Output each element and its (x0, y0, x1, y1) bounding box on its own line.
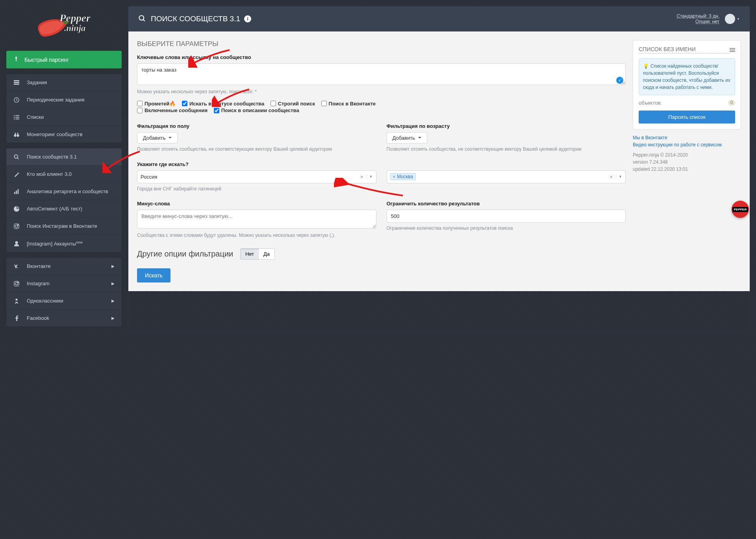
fast-parsing-button[interactable]: Быстрый парсинг (6, 51, 122, 68)
check-status[interactable]: Искать в статусе сообщества (182, 101, 264, 107)
chevron-right-icon: ▶ (111, 281, 115, 286)
sidebar: Pepper .ninja Быстрый парсинг ЗаданияПер… (6, 6, 122, 332)
sidebar-item-insta-1[interactable]: Instagram▶ (6, 275, 122, 292)
logo: Pepper .ninja (6, 6, 122, 50)
keywords-input[interactable] (137, 63, 626, 85)
minus-input[interactable] (137, 210, 376, 229)
tasks-icon (13, 80, 20, 85)
copyright: Pepper.ninja © 2014-2020 (633, 151, 741, 159)
svg-rect-12 (15, 118, 19, 119)
sidebar-item-user-5[interactable]: [Instagram] Аккаунтыnew (6, 235, 122, 252)
clear-icon[interactable]: × (359, 174, 365, 180)
sidebar-item-insta-4[interactable]: Поиск Инстаграм в Вконтакте (6, 218, 122, 235)
toggle-no[interactable]: Нет (241, 249, 259, 259)
clear-icon[interactable]: × (608, 174, 614, 180)
sidebar-item-label: Одноклассники (27, 298, 63, 304)
svg-rect-15 (15, 133, 16, 134)
search-icon (13, 154, 20, 160)
sidebar-item-label: Instagram (27, 281, 50, 286)
chevron-right-icon: ▶ (111, 264, 115, 268)
city-value: Москва (397, 174, 413, 179)
link-video[interactable]: Видео инструкции по работе с сервисом (633, 142, 741, 148)
right-column: СПИСОК БЕЗ ИМЕНИ 💡Список найденных сообщ… (633, 40, 741, 173)
svg-rect-20 (14, 192, 15, 194)
sidebar-item-bars-2[interactable]: Аналитика ретаргета и сообществ (6, 183, 122, 200)
ok-icon (13, 298, 20, 304)
sidebar-item-ok-2[interactable]: Одноклассники▶ (6, 292, 122, 310)
chevron-right-icon: ▶ (111, 316, 115, 320)
svg-point-25 (18, 224, 19, 225)
sidebar-item-fb-3[interactable]: Facebook▶ (6, 310, 122, 327)
check-promethey[interactable]: Прометей 🔥 (137, 101, 176, 107)
sidebar-item-vk-0[interactable]: Вконтакте▶ (6, 258, 122, 275)
chevron-down-icon[interactable]: ▼ (367, 175, 373, 179)
svg-rect-4 (14, 82, 19, 83)
limit-hint: Ограничение количества полученных резуль… (387, 225, 626, 232)
sidebar-item-wand-1[interactable]: Кто мой клиент 3.0 (6, 166, 122, 183)
chip-remove-icon[interactable]: × (393, 174, 395, 179)
svg-point-26 (15, 241, 18, 244)
svg-rect-10 (15, 117, 19, 118)
sidebar-item-binoc-3[interactable]: Мониторинг сообществ (6, 126, 122, 143)
plan-info: Стандартный: 3 дн. Опция: нет (677, 13, 720, 24)
list-card-title[interactable]: СПИСОК БЕЗ ИМЕНИ (639, 46, 730, 54)
toggle-yes[interactable]: Да (259, 249, 274, 259)
validated-icon (616, 77, 623, 84)
svg-text:Pepper: Pepper (59, 12, 91, 24)
parse-list-button[interactable]: Парсить список (639, 111, 735, 124)
svg-rect-16 (17, 133, 19, 134)
pepper-badge-label: PEPPER (732, 207, 748, 212)
sidebar-item-label: Списки (27, 114, 44, 120)
sidebar-item-label: Вконтакте (27, 263, 51, 269)
info-icon[interactable]: i (244, 15, 251, 22)
chevron-down-icon[interactable]: ▼ (616, 175, 622, 179)
sidebar-item-tasks-0[interactable]: Задания (6, 74, 122, 91)
svg-point-18 (18, 172, 19, 172)
search-icon (138, 15, 146, 24)
country-value: Россия (141, 174, 357, 180)
page-title: ПОИСК СООБЩЕСТВ 3.1 (151, 15, 240, 23)
city-select[interactable]: × Москва × ▼ (387, 170, 626, 183)
check-msgon[interactable]: Включенные сообщения (137, 107, 208, 113)
plan-line1[interactable]: Стандартный: 3 дн. (677, 13, 720, 19)
sidebar-item-pie-3[interactable]: АвтоСегмент (А/Б тест) (6, 200, 122, 218)
filter-sex-add[interactable]: Добавить (137, 132, 178, 144)
filter-age-add[interactable]: Добавить (387, 132, 427, 144)
check-strict[interactable]: Строгий поиск (271, 101, 315, 107)
search-button[interactable]: Искать (137, 268, 170, 282)
sidebar-item-list-2[interactable]: Списки (6, 109, 122, 126)
filter-sex-hint: Позволяет отсеять сообщества, не соответ… (137, 146, 376, 153)
caret-down-icon: ▼ (737, 17, 740, 21)
main-panel: ПОИСК СООБЩЕСТВ 3.1 i Стандартный: 3 дн.… (128, 6, 750, 332)
limit-label: Ограничить количество результатов (387, 201, 626, 207)
city-chip: × Москва (390, 173, 416, 180)
svg-point-29 (18, 282, 19, 282)
check-desc[interactable]: Поиск в описании сообщества (214, 107, 299, 113)
pepper-badge[interactable]: PEPPER (732, 201, 749, 218)
svg-point-31 (139, 15, 144, 20)
avatar-icon (725, 14, 735, 24)
binoc-icon (13, 132, 20, 137)
form-area: ВЫБЕРИТЕ ПАРАМЕТРЫ Ключевые слова или сс… (137, 40, 626, 282)
sidebar-item-label: Кто мой клиент 3.0 (27, 171, 72, 177)
svg-rect-5 (14, 83, 19, 85)
list-icon (13, 114, 20, 120)
plan-line2[interactable]: Опция: нет (677, 19, 720, 24)
limit-input[interactable] (387, 210, 626, 223)
sidebar-item-clock-1[interactable]: Периодические задания (6, 91, 122, 109)
country-select[interactable]: Россия × ▼ (137, 170, 376, 183)
clock-icon (13, 97, 20, 103)
filter-sex-label: Фильтрация по полу (137, 123, 376, 129)
user-menu[interactable]: ▼ (725, 14, 740, 24)
fast-parsing-label: Быстрый парсинг (24, 57, 69, 63)
where-hint: Города вне СНГ набирайте латиницей (137, 186, 376, 192)
svg-rect-8 (15, 115, 19, 116)
page-header: ПОИСК СООБЩЕСТВ 3.1 i Стандартный: 3 дн.… (128, 6, 750, 31)
svg-point-24 (15, 225, 18, 227)
filter-age-hint: Позволяет отсеять сообщества, не соответ… (387, 146, 626, 153)
sidebar-item-search-0[interactable]: Поиск сообществ 3.1 (6, 148, 122, 166)
svg-rect-11 (14, 118, 15, 119)
check-vk[interactable]: Поиск в Вконтакте (321, 101, 376, 107)
link-vk[interactable]: Мы в Вконтакте (633, 135, 741, 140)
hamburger-icon[interactable] (730, 47, 735, 53)
